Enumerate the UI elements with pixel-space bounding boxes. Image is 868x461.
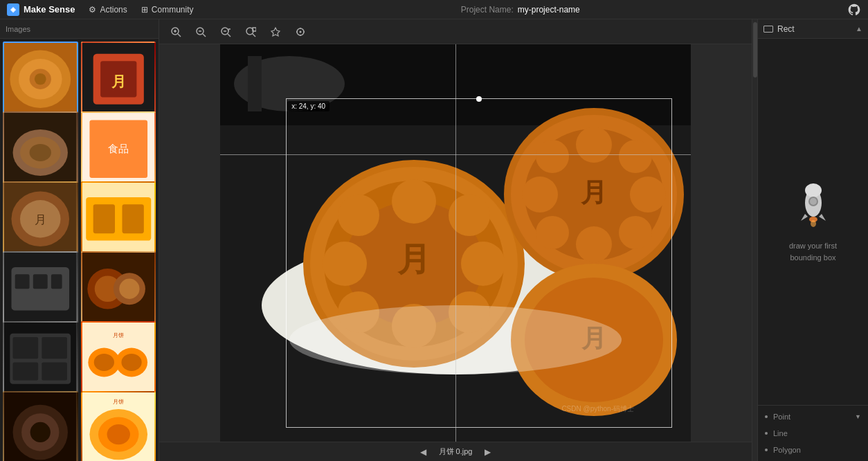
brand-icon: ◈ <box>7 3 19 16</box>
actions-icon: ⚙ <box>89 5 96 15</box>
polygon-label: Polygon <box>773 446 801 454</box>
community-menu[interactable]: ⊞ Community <box>141 5 194 15</box>
svg-point-4 <box>35 73 46 85</box>
next-icon: ▶ <box>485 447 491 457</box>
right-panel-header: Rect ▲ <box>758 19 868 39</box>
polygon-dot <box>765 449 768 451</box>
next-image-button[interactable]: ▶ <box>480 445 494 459</box>
image-thumb-11[interactable] <box>3 391 78 461</box>
svg-point-45 <box>121 354 141 371</box>
svg-text:月饼: 月饼 <box>113 398 124 405</box>
panel-collapse-button[interactable]: ▲ <box>856 25 862 33</box>
image-sidebar: Images 月 <box>0 19 159 461</box>
project-name: my-project-name <box>518 5 580 15</box>
svg-text:食品: 食品 <box>108 143 129 154</box>
svg-rect-39 <box>42 362 67 380</box>
point-label: Point <box>773 413 790 421</box>
github-icon[interactable] <box>847 3 861 17</box>
canvas-area: 月 月 <box>159 19 752 461</box>
svg-point-111 <box>805 183 822 197</box>
image-thumb-8[interactable] <box>81 251 156 327</box>
svg-rect-36 <box>13 337 39 359</box>
svg-rect-79 <box>248 56 262 111</box>
svg-point-85 <box>338 195 379 236</box>
actions-menu[interactable]: ⚙ Actions <box>89 5 127 15</box>
community-label: Community <box>152 5 194 15</box>
tool-list-item-polygon[interactable]: Polygon <box>758 442 868 458</box>
canvas-image: 月 月 <box>220 44 691 442</box>
image-thumb-12[interactable]: 月饼 <box>81 391 156 461</box>
brand[interactable]: ◈ Make Sense <box>7 3 75 16</box>
svg-point-33 <box>119 279 139 299</box>
pin-tool-button[interactable] <box>267 24 284 40</box>
point-chevron: ▼ <box>855 413 861 420</box>
svg-point-43 <box>93 354 114 371</box>
svg-point-101 <box>619 216 652 249</box>
image-thumb-7[interactable] <box>3 251 78 327</box>
image-thumb-4[interactable]: 食品 <box>81 111 156 187</box>
filename-label: 月饼 0.jpg <box>439 446 473 457</box>
sidebar-header: Images <box>0 19 159 39</box>
prev-image-button[interactable]: ◀ <box>417 445 431 459</box>
image-thumb-2[interactable]: 月 <box>81 42 156 117</box>
tool-indicator: Rect <box>763 24 851 34</box>
tool-name-label: Rect <box>777 24 795 34</box>
navbar-right <box>847 3 861 17</box>
zoom-fit-button[interactable] <box>217 24 234 40</box>
rect-icon <box>763 26 773 33</box>
svg-text:月: 月 <box>35 213 46 226</box>
svg-point-104 <box>522 177 558 213</box>
canvas-bottom: ◀ 月饼 0.jpg ▶ <box>159 442 752 461</box>
sidebar-header-label: Images <box>6 25 30 33</box>
svg-point-99 <box>619 140 652 173</box>
image-thumb-6[interactable] <box>81 181 156 257</box>
svg-point-92 <box>323 242 367 286</box>
right-panel: Rect ▲ <box>757 19 868 461</box>
svg-marker-115 <box>819 214 826 221</box>
svg-point-86 <box>392 179 436 224</box>
svg-text:月: 月 <box>111 73 125 89</box>
image-thumb-10[interactable]: 月饼 <box>81 321 156 397</box>
canvas-viewport[interactable]: 月 月 <box>159 44 752 442</box>
svg-rect-22 <box>93 204 114 233</box>
svg-point-71 <box>300 30 302 33</box>
svg-point-98 <box>576 127 612 163</box>
community-icon: ⊞ <box>141 5 148 15</box>
scrollbar-thumb[interactable] <box>753 22 757 78</box>
svg-line-60 <box>203 34 206 37</box>
image-thumb-9[interactable] <box>3 321 78 397</box>
svg-point-103 <box>536 216 569 249</box>
rocket-icon <box>793 181 834 232</box>
image-thumb-5[interactable]: 月 <box>3 181 78 257</box>
svg-point-88 <box>461 242 505 286</box>
svg-point-100 <box>630 177 666 213</box>
brand-label: Make Sense <box>24 4 75 15</box>
image-thumb-3[interactable] <box>3 111 78 187</box>
zoom-out-button[interactable] <box>192 24 209 40</box>
svg-point-12 <box>30 144 51 161</box>
svg-rect-27 <box>33 274 48 289</box>
svg-point-97 <box>536 140 569 173</box>
canvas-toolbar <box>159 19 752 44</box>
main-scrollbar[interactable] <box>752 19 757 461</box>
right-panel-empty-state: draw your first bounding box <box>758 39 868 405</box>
project-info: Project Name: my-project-name <box>207 5 833 15</box>
tool-list: Point ▼ Line Polygon <box>758 405 868 461</box>
line-label: Line <box>773 429 788 437</box>
svg-point-117 <box>811 220 816 227</box>
image-thumb-1[interactable] <box>3 42 78 117</box>
svg-point-87 <box>449 195 490 236</box>
svg-rect-38 <box>13 362 39 380</box>
svg-point-113 <box>810 198 817 205</box>
zoom-reset-button[interactable] <box>242 24 259 40</box>
target-tool-button[interactable] <box>292 24 309 40</box>
svg-rect-69 <box>253 28 256 31</box>
tool-list-item-point[interactable]: Point ▼ <box>758 408 868 425</box>
tool-list-item-line[interactable]: Line <box>758 425 868 442</box>
svg-rect-28 <box>51 274 62 289</box>
svg-rect-37 <box>42 337 67 359</box>
svg-text:月饼: 月饼 <box>113 332 124 338</box>
svg-text:月: 月 <box>581 178 607 207</box>
line-dot <box>765 432 768 435</box>
zoom-in-button[interactable] <box>168 24 184 40</box>
